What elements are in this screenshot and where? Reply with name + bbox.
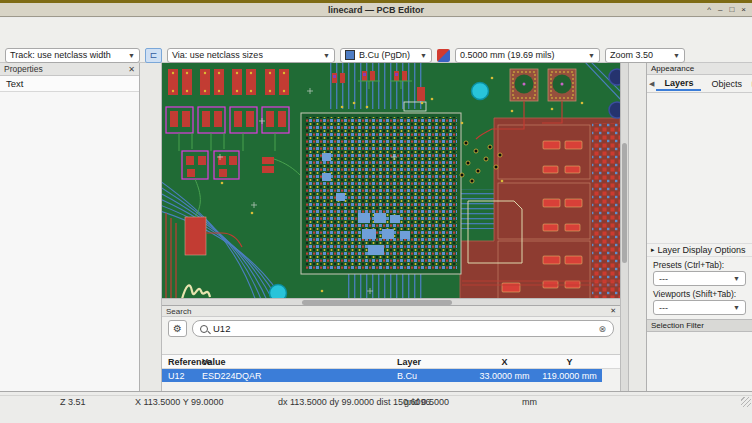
chevron-down-icon: ▼ — [420, 52, 427, 59]
column-header[interactable]: X — [472, 357, 537, 367]
grid-size-select[interactable]: 0.5000 mm (19.69 mils)▼ — [455, 48, 600, 63]
close-icon[interactable]: ✕ — [610, 307, 616, 315]
column-header[interactable]: Value — [202, 357, 397, 367]
active-layer-value: B.Cu (PgDn) — [359, 50, 410, 60]
zoom-value: Zoom 3.50 — [610, 50, 653, 60]
layer-display-options[interactable]: ▸Layer Display Options — [647, 243, 752, 257]
layer-display-options-label: Layer Display Options — [658, 245, 746, 255]
toolbar-dropdowns: Track: use netclass width▼ ⊏ Via: use ne… — [0, 48, 752, 63]
grid-size-value: 0.5000 mm (19.69 mils) — [460, 50, 555, 60]
column-header[interactable]: Layer — [397, 357, 472, 367]
properties-panel: Properties✕ Text — [0, 63, 140, 391]
titlebar[interactable]: linecard — PCB Editor ^ – □ × — [0, 3, 752, 17]
layer-color-swatch — [345, 50, 355, 60]
search-query-text: U12 — [213, 323, 230, 334]
pcb-editor-window: linecard — PCB Editor ^ – □ × Track: use… — [0, 0, 752, 423]
mounting-pad[interactable] — [510, 69, 538, 101]
window-title: linecard — PCB Editor — [328, 5, 424, 15]
scrollbar-thumb[interactable] — [622, 143, 627, 263]
clear-search-icon[interactable]: ⊗ — [598, 324, 606, 334]
search-panel: Search✕ ⚙ U12 ⊗ Reference Value Layer X … — [162, 305, 620, 391]
result-reference: U12 — [162, 371, 202, 381]
selection-filter-title: Selection Filter — [647, 319, 752, 332]
layer-pair-icon[interactable] — [437, 49, 450, 62]
via-size-select[interactable]: Via: use netclass sizes▼ — [167, 48, 335, 63]
resize-grip[interactable] — [741, 397, 751, 407]
track-width-value: Track: use netclass width — [10, 50, 111, 60]
shade-button[interactable]: ^ — [707, 3, 711, 16]
search-icon — [200, 325, 208, 333]
search-result-row[interactable]: U12 ESD224DQAR B.Cu 33.0000 mm 119.0000 … — [162, 369, 602, 382]
menubar — [0, 18, 752, 33]
search-tabs — [162, 339, 620, 355]
via-size-value: Via: use netclass sizes — [172, 50, 263, 60]
appearance-panel-title: Appearance — [651, 64, 694, 73]
column-header[interactable]: Reference — [162, 357, 202, 367]
gnd-pad[interactable] — [185, 217, 206, 255]
result-layer: B.Cu — [397, 371, 472, 381]
chevron-down-icon: ▼ — [323, 52, 330, 59]
canvas-horizontal-scrollbar[interactable] — [162, 298, 620, 305]
result-x: 33.0000 mm — [472, 371, 537, 381]
presets-label: Presets (Ctrl+Tab): — [647, 257, 752, 271]
presets-value: --- — [659, 274, 668, 284]
status-units: mm — [522, 397, 537, 407]
properties-panel-title: Properties — [4, 64, 43, 74]
viewports-label: Viewports (Shift+Tab): — [647, 286, 752, 300]
track-width-select[interactable]: Track: use netclass width▼ — [5, 48, 140, 63]
window-controls: ^ – □ × — [707, 3, 746, 16]
result-y: 119.0000 mm — [537, 371, 602, 381]
tab-scroll-left-icon[interactable]: ◀ — [649, 80, 654, 88]
chevron-down-icon: ▼ — [588, 52, 595, 59]
canvas-vertical-scrollbar[interactable] — [620, 63, 628, 391]
canvas-right-toolbar — [628, 63, 646, 391]
maximize-button[interactable]: □ — [729, 3, 734, 16]
close-icon[interactable]: ✕ — [128, 65, 135, 74]
search-results-header: Reference Value Layer X Y — [162, 355, 620, 369]
search-panel-title: Search — [166, 307, 191, 316]
chevron-down-icon: ▼ — [673, 52, 680, 59]
search-settings-gear-icon[interactable]: ⚙ — [168, 320, 187, 337]
column-header[interactable]: Y — [537, 357, 602, 367]
viewports-select[interactable]: ---▼ — [653, 300, 746, 315]
search-input[interactable]: U12 ⊗ — [192, 320, 614, 337]
viewports-value: --- — [659, 303, 668, 313]
status-bar: Z 3.51 X 113.5000 Y 99.0000 dx 113.5000 … — [0, 391, 752, 423]
status-cursor-position: X 113.5000 Y 99.0000 — [135, 397, 224, 407]
appearance-panel: Appearance ◀ Layers Objects ▶ ▸Layer Dis… — [646, 63, 752, 391]
active-layer-select[interactable]: B.Cu (PgDn)▼ — [340, 48, 432, 63]
pcb-board-view[interactable] — [162, 63, 620, 305]
main-toolbar — [0, 33, 752, 48]
mounting-pad[interactable] — [548, 69, 576, 101]
chevron-down-icon: ▼ — [128, 52, 135, 59]
tab-objects[interactable]: Objects — [703, 78, 750, 90]
canvas-left-toolbar — [140, 63, 162, 391]
bga-footprint[interactable] — [301, 113, 461, 274]
pcb-canvas[interactable] — [162, 63, 620, 305]
minimize-button[interactable]: – — [718, 3, 722, 16]
close-button[interactable]: × — [741, 3, 746, 16]
properties-object-type: Text — [6, 78, 23, 89]
status-grid: grid 0.5000 — [404, 397, 449, 407]
auto-track-width-icon[interactable]: ⊏ — [145, 48, 162, 63]
result-value: ESD224DQAR — [202, 371, 397, 381]
tab-layers[interactable]: Layers — [656, 77, 701, 91]
zoom-select[interactable]: Zoom 3.50▼ — [605, 48, 685, 63]
presets-select[interactable]: ---▼ — [653, 271, 746, 286]
status-zoom: Z 3.51 — [60, 397, 86, 407]
